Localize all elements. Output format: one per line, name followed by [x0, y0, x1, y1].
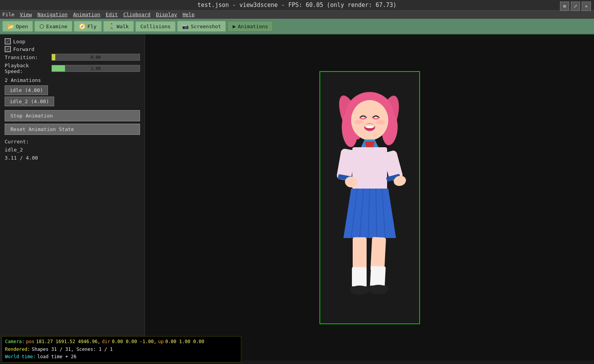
walk-icon: 🚶	[108, 23, 115, 29]
title-bar: test.json - view3dscene - FPS: 60.05 (on…	[0, 0, 594, 10]
forward-row: Forward	[5, 46, 140, 52]
playback-speed-value: 1.00	[52, 65, 140, 72]
open-button[interactable]: 📂 Open	[2, 21, 33, 32]
menu-display[interactable]: Display	[156, 12, 177, 17]
up-label: up	[158, 338, 164, 345]
reset-animation-button[interactable]: Reset Animation State	[5, 124, 140, 135]
anim-idle-button[interactable]: idle (4.00)	[5, 85, 48, 95]
fly-button[interactable]: 🧭 Fly	[74, 21, 101, 32]
open-icon: 📂	[7, 23, 14, 29]
world-key: World time:	[5, 353, 36, 361]
move-icon[interactable]: ⤢	[571, 2, 580, 11]
toolbar: 📂 Open ⬡ Examine 🧭 Fly 🚶 Walk Collisions…	[0, 19, 594, 34]
svg-point-9	[376, 120, 385, 124]
current-anim: idle_2	[5, 146, 140, 154]
animations-icon: ▶	[232, 23, 236, 29]
menu-help[interactable]: Help	[183, 12, 195, 17]
pos-val: 181.27 1691.52 4946.96,	[36, 338, 100, 345]
rendered-key: Rendered:	[5, 346, 30, 353]
pos-label: pos	[26, 338, 35, 345]
menu-edit[interactable]: Edit	[106, 12, 118, 17]
svg-rect-12	[366, 126, 373, 128]
loop-label: Loop	[13, 39, 25, 44]
menu-bar: File View Navigation Animation Edit Clip…	[0, 10, 594, 19]
title-bar-controls: ⊞ ⤢ ✕	[560, 2, 591, 11]
animations-button[interactable]: ▶ Animations	[227, 21, 273, 32]
grid-icon[interactable]: ⊞	[560, 2, 569, 11]
scene-frame	[319, 71, 420, 324]
current-time: 3.11 / 4.00	[5, 154, 140, 162]
examine-button[interactable]: ⬡ Examine	[34, 21, 72, 32]
transition-value: 0.00	[52, 54, 140, 61]
camera-key: Camera:	[5, 338, 25, 345]
loop-row: Loop	[5, 38, 140, 44]
action-buttons-area: Stop Animation Reset Animation State	[5, 110, 140, 135]
svg-rect-29	[353, 237, 367, 272]
menu-animation[interactable]: Animation	[73, 12, 100, 17]
status-line-2: Rendered: Shapes 31 / 31, Scenes: 1 / 1	[5, 346, 238, 353]
window-title: test.json - view3dscene - FPS: 60.05 (on…	[198, 2, 397, 9]
transition-slider[interactable]: 0.00	[51, 54, 140, 61]
svg-rect-32	[370, 266, 386, 288]
character-area	[320, 72, 419, 323]
character-svg	[323, 76, 416, 319]
close-icon[interactable]: ✕	[582, 2, 591, 11]
animations-count: 2 Animations	[5, 77, 140, 83]
stop-animation-button[interactable]: Stop Animation	[5, 110, 140, 121]
svg-rect-31	[352, 267, 367, 288]
menu-clipboard[interactable]: Clipboard	[123, 12, 150, 17]
world-val: load time + 26	[37, 353, 76, 361]
menu-navigation[interactable]: Navigation	[38, 12, 68, 17]
walk-button[interactable]: 🚶 Walk	[103, 21, 134, 32]
forward-label: Forward	[13, 46, 34, 52]
fly-icon: 🧭	[79, 23, 85, 29]
rendered-val: Shapes 31 / 31, Scenes: 1 / 1	[32, 346, 113, 353]
current-section: Current: idle_2 3.11 / 4.00	[5, 138, 140, 162]
collisions-button[interactable]: Collisions	[135, 21, 176, 32]
loop-checkbox[interactable]	[5, 38, 11, 44]
svg-rect-16	[352, 147, 387, 190]
svg-rect-36	[369, 286, 388, 291]
playback-speed-label: Playback Speed:	[5, 63, 49, 74]
status-line-1: Camera: pos 181.27 1691.52 4946.96, dir …	[5, 338, 238, 345]
dir-val: 0.00 0.00 -1.00,	[112, 338, 157, 345]
dir-label: dir	[102, 338, 110, 345]
screenshot-button[interactable]: 📷 Screenshot	[177, 21, 226, 32]
anim-idle2-button[interactable]: idle_2 (4.00)	[5, 97, 54, 106]
status-line-3: World time: load time + 26	[5, 353, 238, 361]
menu-view[interactable]: View	[20, 12, 32, 17]
examine-icon: ⬡	[39, 23, 44, 29]
transition-row: Transition: 0.00	[5, 54, 140, 61]
screenshot-icon: 📷	[182, 23, 189, 29]
side-panel: Loop Forward Transition: 0.00 Playback S…	[0, 34, 145, 361]
playback-speed-row: Playback Speed: 1.00	[5, 63, 140, 74]
transition-label: Transition:	[5, 54, 49, 60]
status-bar: Camera: pos 181.27 1691.52 4946.96, dir …	[2, 336, 241, 362]
playback-speed-slider[interactable]: 1.00	[51, 65, 140, 72]
menu-file[interactable]: File	[2, 12, 14, 17]
svg-rect-34	[350, 286, 369, 292]
main-content: Loop Forward Transition: 0.00 Playback S…	[0, 34, 594, 361]
forward-checkbox[interactable]	[5, 46, 11, 52]
current-label: Current:	[5, 138, 140, 146]
up-val: 0.00 1.00 0.00	[165, 338, 204, 345]
viewport[interactable]	[145, 34, 594, 361]
svg-point-8	[354, 120, 364, 124]
